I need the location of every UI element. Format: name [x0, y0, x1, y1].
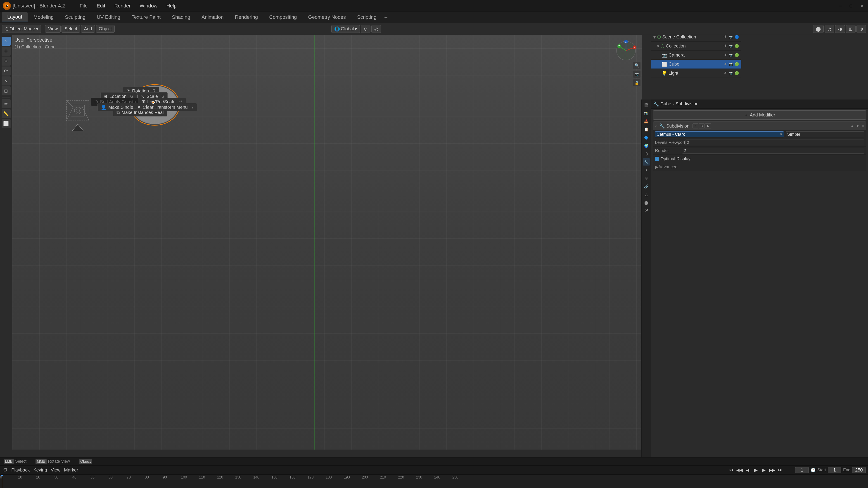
outliner-light[interactable]: 💡 Light 👁 📷 🟢: [651, 69, 741, 78]
snap-toggle[interactable]: ⊙: [361, 25, 370, 33]
viewport-shading-material[interactable]: ◔: [825, 25, 834, 33]
props-object-icon[interactable]: ⬡: [643, 150, 650, 157]
menu-edit[interactable]: Edit: [92, 2, 110, 10]
add-workspace-button[interactable]: +: [382, 13, 390, 21]
tool-rotate[interactable]: ⟳: [2, 66, 11, 75]
object-mode-selector[interactable]: ⬡ Object Mode ▾: [2, 25, 41, 33]
view-menu[interactable]: View: [45, 25, 61, 33]
tab-modeling[interactable]: Modeling: [28, 12, 59, 22]
tab-shading[interactable]: Shading: [166, 12, 196, 22]
start-frame-input[interactable]: [828, 467, 841, 473]
tool-measure[interactable]: 📏: [2, 109, 11, 118]
tool-annotate[interactable]: ✏: [2, 99, 11, 108]
eye-icon[interactable]: 👁: [724, 44, 727, 48]
playback-menu[interactable]: Playback: [11, 467, 30, 472]
optimal-display-checkbox[interactable]: ✓ Optimal Display: [655, 156, 690, 161]
tool-cursor[interactable]: ✛: [2, 47, 11, 56]
jump-end-btn[interactable]: ⏭: [777, 467, 783, 473]
proportional-edit[interactable]: ◎: [371, 25, 381, 33]
tab-scripting[interactable]: Scripting: [352, 12, 382, 22]
eye-icon[interactable]: 👁: [724, 62, 727, 66]
props-texture-icon[interactable]: 🗺: [643, 207, 650, 214]
outliner-cube[interactable]: ⬜ Cube 👁 📷 🟢: [651, 60, 741, 69]
select-menu[interactable]: Select: [62, 25, 80, 33]
subdivision-simple-option[interactable]: Simple: [786, 131, 864, 137]
camera-icon[interactable]: 📷: [729, 44, 733, 48]
render-icon[interactable]: 🟢: [735, 44, 739, 48]
camera-icon[interactable]: 📷: [729, 62, 733, 66]
camera-icon[interactable]: 📷: [729, 71, 733, 75]
transform-space[interactable]: 🌐 Global ▾: [331, 25, 360, 33]
prev-frame-btn[interactable]: ◀: [745, 467, 751, 473]
mod-vis-toggle[interactable]: ✓: [655, 124, 658, 128]
camera-view-btn[interactable]: 📷: [633, 70, 641, 78]
object-menu[interactable]: Object: [96, 25, 115, 33]
tab-geometry-nodes[interactable]: Geometry Nodes: [303, 12, 351, 22]
add-menu[interactable]: Add: [81, 25, 95, 33]
mod-down-icon[interactable]: ▼: [856, 124, 859, 128]
lock-to-object-btn[interactable]: 🔒: [633, 79, 641, 86]
props-constraints-icon[interactable]: 🔗: [643, 183, 650, 190]
viewport-overlays[interactable]: ⊞: [846, 25, 856, 33]
menu-help[interactable]: Help: [162, 2, 181, 10]
tab-compositing[interactable]: Compositing: [264, 12, 302, 22]
ctx-make-instances-real[interactable]: ⧉ Make Instances Real: [113, 109, 167, 117]
camera-icon[interactable]: 📷: [729, 35, 733, 39]
outliner-camera[interactable]: 📷 Camera 👁 📷 🟢: [651, 51, 741, 60]
navigation-gizmo[interactable]: X Y Z: [615, 39, 637, 63]
levels-viewport-value[interactable]: 2: [685, 140, 864, 145]
mod-render-btn[interactable]: R: [705, 123, 711, 128]
props-render-icon[interactable]: 📸: [643, 110, 650, 117]
tab-sculpting[interactable]: Sculpting: [60, 12, 91, 22]
tool-move[interactable]: ✥: [2, 57, 11, 66]
props-world-icon[interactable]: 🌍: [643, 142, 650, 149]
outliner-collection[interactable]: ▾ ⬡ Collection 👁 📷 🟢: [651, 41, 741, 51]
eye-icon[interactable]: 👁: [724, 53, 727, 57]
props-material-icon[interactable]: ⬤: [643, 199, 650, 206]
subdivision-type-dropdown[interactable]: Catmull - Clark ▾: [655, 131, 784, 137]
props-output-icon[interactable]: 📤: [643, 118, 650, 125]
viewport-shading-rendered[interactable]: ◑: [835, 25, 845, 33]
eye-icon[interactable]: 👁: [724, 35, 727, 39]
current-frame-input[interactable]: [795, 467, 809, 473]
view-menu[interactable]: View: [51, 467, 60, 472]
play-btn[interactable]: ▶: [753, 467, 759, 473]
add-modifier-button[interactable]: ＋ Add Modifier: [653, 110, 866, 120]
prev-keyframe-btn[interactable]: ◀◀: [736, 467, 743, 473]
viewport-shading-solid[interactable]: ⬤: [813, 25, 824, 33]
render-icon[interactable]: 🟢: [735, 62, 739, 66]
props-modifier-icon[interactable]: 🔧: [643, 158, 650, 165]
props-object-data-icon[interactable]: △: [643, 191, 650, 198]
tab-uv-editing[interactable]: UV Editing: [91, 12, 126, 22]
tool-transform[interactable]: ⊞: [2, 86, 11, 95]
mod-edit-mode-btn[interactable]: E: [692, 123, 699, 128]
timeline-track[interactable]: 0 10 20 30 40 50 60 70 80 90 100 110 120…: [0, 475, 868, 488]
render-value[interactable]: 2: [682, 148, 864, 154]
mod-up-icon[interactable]: ▲: [850, 124, 854, 128]
mod-cage-btn[interactable]: C: [699, 123, 705, 128]
end-frame-input[interactable]: [852, 467, 866, 473]
props-scene-data-icon[interactable]: 🔷: [643, 134, 650, 141]
render-icon[interactable]: 🔵: [735, 35, 739, 39]
zoom-in-btn[interactable]: 🔍: [633, 62, 641, 69]
tool-scale[interactable]: ⤡: [2, 77, 11, 86]
tab-layout[interactable]: Layout: [2, 12, 28, 22]
tool-select[interactable]: ↖: [2, 37, 11, 46]
viewport-gizmos[interactable]: ⊕: [857, 25, 866, 33]
close-button[interactable]: ✕: [857, 2, 867, 10]
modifier-advanced-toggle[interactable]: ▶ Advanced: [653, 163, 866, 171]
camera-icon[interactable]: 📷: [729, 53, 733, 57]
tab-animation[interactable]: Animation: [196, 12, 229, 22]
3d-viewport[interactable]: User Perspective (1) Collection | Cube: [12, 35, 642, 450]
tab-texture-paint[interactable]: Texture Paint: [126, 12, 166, 22]
eye-icon[interactable]: 👁: [724, 71, 727, 75]
next-keyframe-btn[interactable]: ▶▶: [769, 467, 775, 473]
tool-add-cube[interactable]: ⬜: [2, 119, 11, 128]
marker-menu[interactable]: Marker: [64, 467, 78, 472]
mod-delete-icon[interactable]: ✕: [861, 124, 864, 128]
props-particles-icon[interactable]: ✦: [643, 166, 650, 174]
menu-file[interactable]: File: [75, 2, 92, 10]
menu-render[interactable]: Render: [110, 2, 135, 10]
jump-start-btn[interactable]: ⏮: [728, 467, 735, 473]
props-view-layer-icon[interactable]: 📋: [643, 126, 650, 133]
